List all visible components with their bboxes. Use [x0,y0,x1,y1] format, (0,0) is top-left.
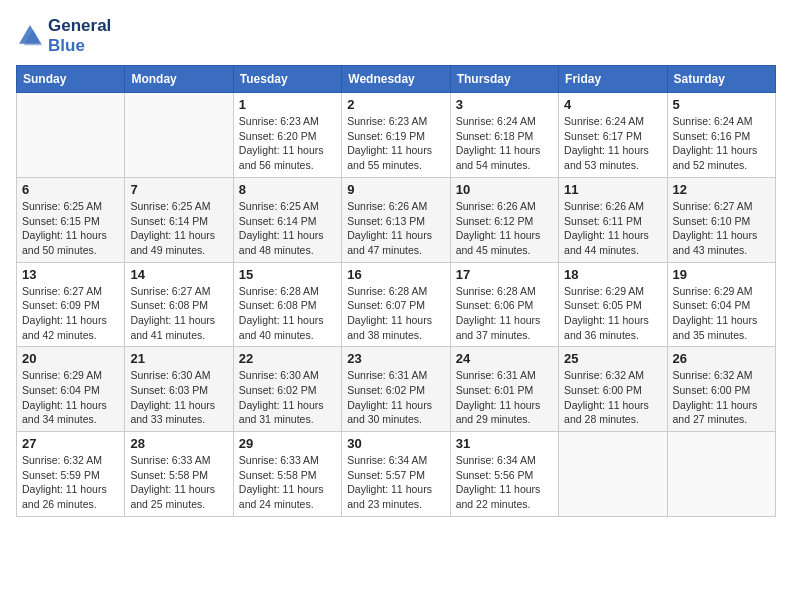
calendar-cell: 23 Sunrise: 6:31 AMSunset: 6:02 PMDaylig… [342,347,450,432]
calendar-cell [125,93,233,178]
calendar-cell: 9 Sunrise: 6:26 AMSunset: 6:13 PMDayligh… [342,177,450,262]
cell-info: Sunrise: 6:27 AMSunset: 6:09 PMDaylight:… [22,285,107,341]
day-number: 24 [456,351,553,366]
day-number: 27 [22,436,119,451]
cell-info: Sunrise: 6:32 AMSunset: 6:00 PMDaylight:… [673,369,758,425]
calendar-cell: 12 Sunrise: 6:27 AMSunset: 6:10 PMDaylig… [667,177,775,262]
calendar-cell: 7 Sunrise: 6:25 AMSunset: 6:14 PMDayligh… [125,177,233,262]
calendar-cell: 5 Sunrise: 6:24 AMSunset: 6:16 PMDayligh… [667,93,775,178]
cell-info: Sunrise: 6:33 AMSunset: 5:58 PMDaylight:… [239,454,324,510]
cell-info: Sunrise: 6:34 AMSunset: 5:57 PMDaylight:… [347,454,432,510]
calendar-cell: 13 Sunrise: 6:27 AMSunset: 6:09 PMDaylig… [17,262,125,347]
cell-info: Sunrise: 6:28 AMSunset: 6:07 PMDaylight:… [347,285,432,341]
cell-info: Sunrise: 6:27 AMSunset: 6:10 PMDaylight:… [673,200,758,256]
day-number: 25 [564,351,661,366]
weekday-header: Thursday [450,66,558,93]
day-number: 26 [673,351,770,366]
calendar-cell: 25 Sunrise: 6:32 AMSunset: 6:00 PMDaylig… [559,347,667,432]
day-number: 23 [347,351,444,366]
calendar-cell [17,93,125,178]
calendar-cell: 14 Sunrise: 6:27 AMSunset: 6:08 PMDaylig… [125,262,233,347]
calendar-cell: 30 Sunrise: 6:34 AMSunset: 5:57 PMDaylig… [342,432,450,517]
day-number: 31 [456,436,553,451]
day-number: 13 [22,267,119,282]
day-number: 12 [673,182,770,197]
day-number: 16 [347,267,444,282]
calendar-cell: 19 Sunrise: 6:29 AMSunset: 6:04 PMDaylig… [667,262,775,347]
calendar-cell: 20 Sunrise: 6:29 AMSunset: 6:04 PMDaylig… [17,347,125,432]
page-header: General Blue [16,16,776,55]
calendar-cell: 1 Sunrise: 6:23 AMSunset: 6:20 PMDayligh… [233,93,341,178]
cell-info: Sunrise: 6:30 AMSunset: 6:03 PMDaylight:… [130,369,215,425]
calendar-body: 1 Sunrise: 6:23 AMSunset: 6:20 PMDayligh… [17,93,776,517]
calendar-cell: 6 Sunrise: 6:25 AMSunset: 6:15 PMDayligh… [17,177,125,262]
day-number: 22 [239,351,336,366]
cell-info: Sunrise: 6:31 AMSunset: 6:02 PMDaylight:… [347,369,432,425]
day-number: 4 [564,97,661,112]
cell-info: Sunrise: 6:28 AMSunset: 6:08 PMDaylight:… [239,285,324,341]
day-number: 8 [239,182,336,197]
day-number: 28 [130,436,227,451]
cell-info: Sunrise: 6:26 AMSunset: 6:12 PMDaylight:… [456,200,541,256]
calendar-cell: 27 Sunrise: 6:32 AMSunset: 5:59 PMDaylig… [17,432,125,517]
day-number: 1 [239,97,336,112]
calendar-header: SundayMondayTuesdayWednesdayThursdayFrid… [17,66,776,93]
calendar-cell: 3 Sunrise: 6:24 AMSunset: 6:18 PMDayligh… [450,93,558,178]
cell-info: Sunrise: 6:25 AMSunset: 6:14 PMDaylight:… [130,200,215,256]
cell-info: Sunrise: 6:34 AMSunset: 5:56 PMDaylight:… [456,454,541,510]
cell-info: Sunrise: 6:23 AMSunset: 6:19 PMDaylight:… [347,115,432,171]
cell-info: Sunrise: 6:25 AMSunset: 6:14 PMDaylight:… [239,200,324,256]
calendar-cell: 22 Sunrise: 6:30 AMSunset: 6:02 PMDaylig… [233,347,341,432]
calendar-cell: 8 Sunrise: 6:25 AMSunset: 6:14 PMDayligh… [233,177,341,262]
calendar-cell: 26 Sunrise: 6:32 AMSunset: 6:00 PMDaylig… [667,347,775,432]
cell-info: Sunrise: 6:24 AMSunset: 6:18 PMDaylight:… [456,115,541,171]
cell-info: Sunrise: 6:33 AMSunset: 5:58 PMDaylight:… [130,454,215,510]
weekday-header: Tuesday [233,66,341,93]
calendar-cell: 24 Sunrise: 6:31 AMSunset: 6:01 PMDaylig… [450,347,558,432]
day-number: 18 [564,267,661,282]
cell-info: Sunrise: 6:29 AMSunset: 6:05 PMDaylight:… [564,285,649,341]
day-number: 5 [673,97,770,112]
day-number: 17 [456,267,553,282]
day-number: 11 [564,182,661,197]
cell-info: Sunrise: 6:31 AMSunset: 6:01 PMDaylight:… [456,369,541,425]
weekday-header: Sunday [17,66,125,93]
calendar-cell: 15 Sunrise: 6:28 AMSunset: 6:08 PMDaylig… [233,262,341,347]
cell-info: Sunrise: 6:27 AMSunset: 6:08 PMDaylight:… [130,285,215,341]
day-number: 20 [22,351,119,366]
calendar-cell: 29 Sunrise: 6:33 AMSunset: 5:58 PMDaylig… [233,432,341,517]
day-number: 29 [239,436,336,451]
day-number: 15 [239,267,336,282]
logo-icon [16,22,44,50]
calendar-cell [667,432,775,517]
calendar-table: SundayMondayTuesdayWednesdayThursdayFrid… [16,65,776,517]
cell-info: Sunrise: 6:29 AMSunset: 6:04 PMDaylight:… [22,369,107,425]
cell-info: Sunrise: 6:28 AMSunset: 6:06 PMDaylight:… [456,285,541,341]
logo: General Blue [16,16,111,55]
cell-info: Sunrise: 6:32 AMSunset: 5:59 PMDaylight:… [22,454,107,510]
calendar-cell: 4 Sunrise: 6:24 AMSunset: 6:17 PMDayligh… [559,93,667,178]
weekday-header: Wednesday [342,66,450,93]
calendar-cell: 2 Sunrise: 6:23 AMSunset: 6:19 PMDayligh… [342,93,450,178]
calendar-cell [559,432,667,517]
calendar-cell: 21 Sunrise: 6:30 AMSunset: 6:03 PMDaylig… [125,347,233,432]
day-number: 19 [673,267,770,282]
weekday-header: Monday [125,66,233,93]
weekday-header: Saturday [667,66,775,93]
calendar-cell: 17 Sunrise: 6:28 AMSunset: 6:06 PMDaylig… [450,262,558,347]
cell-info: Sunrise: 6:23 AMSunset: 6:20 PMDaylight:… [239,115,324,171]
calendar-cell: 31 Sunrise: 6:34 AMSunset: 5:56 PMDaylig… [450,432,558,517]
day-number: 2 [347,97,444,112]
cell-info: Sunrise: 6:26 AMSunset: 6:11 PMDaylight:… [564,200,649,256]
day-number: 30 [347,436,444,451]
day-number: 6 [22,182,119,197]
calendar-cell: 28 Sunrise: 6:33 AMSunset: 5:58 PMDaylig… [125,432,233,517]
calendar-cell: 10 Sunrise: 6:26 AMSunset: 6:12 PMDaylig… [450,177,558,262]
weekday-header: Friday [559,66,667,93]
cell-info: Sunrise: 6:26 AMSunset: 6:13 PMDaylight:… [347,200,432,256]
day-number: 10 [456,182,553,197]
cell-info: Sunrise: 6:24 AMSunset: 6:16 PMDaylight:… [673,115,758,171]
cell-info: Sunrise: 6:25 AMSunset: 6:15 PMDaylight:… [22,200,107,256]
calendar-cell: 18 Sunrise: 6:29 AMSunset: 6:05 PMDaylig… [559,262,667,347]
logo-text: General Blue [48,16,111,55]
